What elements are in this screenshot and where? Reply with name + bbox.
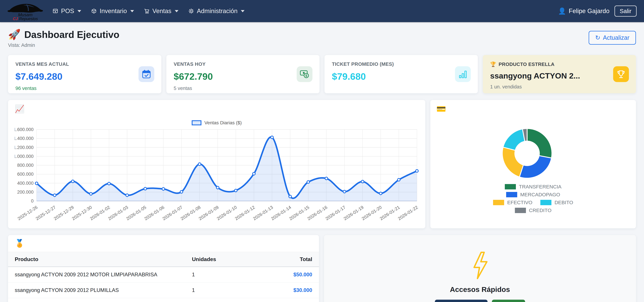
package-icon [91,8,97,14]
legend-item-mercadopago[interactable]: MERCADOPAGO [506,192,560,198]
svg-text:2025-12-30: 2025-12-30 [71,205,93,221]
svg-text:2026-01-03: 2026-01-03 [107,205,129,221]
rocket-icon: 🚀 [8,28,21,40]
kpi-row: VENTAS MES ACTUAL $7.649.280 96 ventas V… [8,55,636,93]
column-header-unidades: Unidades [185,252,266,267]
legend-item-transferencia[interactable]: TRANSFERENCIA [505,184,561,190]
kpi-label: TICKET PROMEDIO (MES) [332,62,470,67]
svg-text:2026-01-13: 2026-01-13 [252,205,274,221]
legend-row: TRANSFERENCIA [505,184,561,190]
quick-button-green[interactable] [492,300,525,302]
legend-item-debito[interactable]: DEBITO [540,200,573,205]
cell-producto: ssangyong ACTYON 2009 2012 MOTOR LIMPIAP… [8,267,185,282]
svg-text:2026-01-12: 2026-01-12 [234,205,256,221]
svg-text:1.200.000: 1.200.000 [15,145,34,150]
kpi-card-ventas-mes: VENTAS MES ACTUAL $7.649.280 96 ventas [8,55,161,93]
svg-text:2026-01-02: 2026-01-02 [89,205,111,221]
legend-row: EFECTIVODEBITO [493,200,573,205]
column-header-total: Total [266,252,319,267]
svg-text:0: 0 [31,198,34,204]
top-products-card: 🏅 Producto Unidades Total ssangyong ACTY… [8,235,319,302]
svg-text:2026-01-08: 2026-01-08 [180,205,202,221]
legend-row: MERCADOPAGO [506,192,560,198]
nav-item-pos[interactable]: POS [52,8,81,14]
legend-label: Ventas Diarias ($) [204,120,242,126]
chevron-down-icon [241,10,244,12]
logout-button[interactable]: Salir [614,6,636,16]
svg-text:2026-01-07: 2026-01-07 [162,205,183,221]
legend-swatch [505,184,516,190]
cell-unidades: 1 [185,267,266,282]
charts-row: 📈 Ventas Diarias ($) 0200.000400.000600.… [8,100,636,228]
donut-chart-legend: TRANSFERENCIAMERCADOPAGOEFECTIVODEBITOCR… [430,184,636,213]
quick-button-navy[interactable] [435,300,488,302]
kpi-card-ventas-hoy: VENTAS HOY $672.790 5 ventas $ [166,55,320,93]
svg-text:2026-01-14: 2026-01-14 [270,205,292,221]
page-subtitle: Vista: Admin [8,42,120,48]
nav-item-inventario[interactable]: Inventario [91,8,134,14]
nav-item-administracion[interactable]: Administración [188,8,245,14]
user-name: Felipe Gajardo [569,8,610,14]
pos-terminal-icon [52,8,58,14]
refresh-icon: ↻ [595,34,600,41]
kpi-card-producto-estrella: 🏆 PRODUCTO ESTRELLA ssangyong ACTYON 2..… [483,55,636,93]
kpi-label: 🏆 PRODUCTO ESTRELLA [490,62,629,67]
svg-text:2026-01-16: 2026-01-16 [306,205,328,221]
quick-access-title: Accesos Rápidos [450,286,510,294]
kpi-sub: 1 un. vendidas [490,84,629,90]
nav-item-label: Inventario [100,8,127,14]
trophy-icon [613,66,629,82]
svg-text:CJRepuestos: CJRepuestos [13,16,38,21]
kpi-value: $79.680 [332,71,470,82]
kpi-value: $672.790 [174,71,312,82]
svg-text:800.000: 800.000 [17,163,34,168]
refresh-button[interactable]: ↻ Actualizar [589,31,636,45]
line-chart-legend: Ventas Diarias ($) [15,120,418,126]
svg-text:2025-12-29: 2025-12-29 [53,205,75,221]
donut-slice-efectivo [502,147,523,177]
legend-label: DEBITO [554,200,573,205]
legend-label: EFECTIVO [507,200,532,205]
page-title: 🚀 Dashboard Ejecutivo [8,28,120,40]
svg-text:$: $ [306,74,308,78]
svg-text:400.000: 400.000 [17,181,34,186]
nav-item-ventas[interactable]: Ventas [144,8,178,14]
user-icon: 👤 [558,8,566,15]
top-products-table: Producto Unidades Total ssangyong ACTYON… [8,252,319,298]
main-content: 🚀 Dashboard Ejecutivo Vista: Admin ↻ Act… [0,22,644,302]
kpi-sub: 5 ventas [174,86,312,91]
calendar-check-icon [138,66,154,82]
cell-producto: ssangyong ACTYON 2009 2012 PLUMILLAS [8,282,185,298]
kpi-card-ticket-promedio: TICKET PROMEDIO (MES) $79.680 [324,55,478,93]
svg-text:600.000: 600.000 [17,172,34,177]
navbar-menu: POS Inventario Ventas [52,8,558,14]
top-navbar: Musam CJRepuestos POS Inventario [0,0,644,22]
car-logo-icon: Musam CJRepuestos [8,1,43,22]
table-row: ssangyong ACTYON 2009 2012 MOTOR LIMPIAP… [8,267,319,282]
column-header-producto: Producto [8,252,185,267]
svg-text:1.000.000: 1.000.000 [15,154,34,159]
legend-label: CREDITO [529,208,552,213]
svg-text:2026-01-15: 2026-01-15 [288,205,310,221]
legend-swatch [493,200,504,205]
daily-sales-chart-card: 📈 Ventas Diarias ($) 0200.000400.000600.… [8,100,425,228]
legend-item-efectivo[interactable]: EFECTIVO [493,200,532,205]
brand-logo[interactable]: Musam CJRepuestos [8,1,43,22]
legend-swatch [192,120,202,125]
svg-text:1.400.000: 1.400.000 [15,136,34,141]
legend-swatch [506,192,517,197]
kpi-label: VENTAS MES ACTUAL [16,62,154,67]
legend-label: MERCADOPAGO [520,192,560,198]
chart-increasing-icon: 📈 [15,105,418,113]
legend-item-credito[interactable]: CREDITO [515,208,552,213]
donut-slice-transferencia [527,128,552,158]
chevron-down-icon [78,10,81,12]
svg-text:2026-01-10: 2026-01-10 [216,205,238,221]
svg-text:200.000: 200.000 [17,190,34,194]
bottom-row: 🏅 Producto Unidades Total ssangyong ACTY… [8,235,636,302]
trophy-emoji-icon: 🏆 [490,62,496,67]
user-chip: 👤 Felipe Gajardo [558,8,610,15]
lightning-bolt-icon [470,251,490,280]
legend-row: CREDITO [515,208,552,213]
legend-label: TRANSFERENCIA [519,184,561,190]
